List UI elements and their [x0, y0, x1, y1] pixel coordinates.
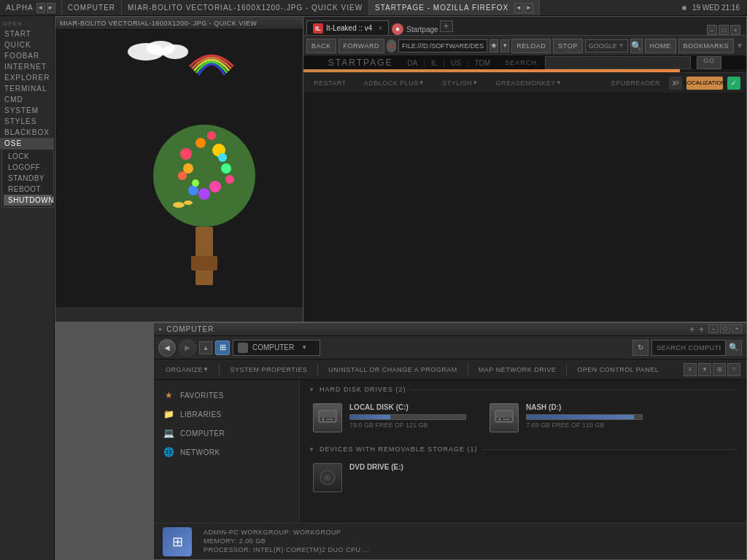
search-computer-btn[interactable]: 🔍	[725, 340, 741, 356]
drive-d[interactable]: NASH (D:) 7.69 GB FREE OF 110 GB	[485, 399, 647, 437]
drive-dvd-svg	[317, 467, 338, 488]
bookmarks-arrow[interactable]: ▼	[736, 42, 743, 50]
computer-add-btn[interactable]: +	[689, 324, 694, 335]
taskbar-section-computer[interactable]: COMPUTER	[62, 0, 122, 15]
sidebar-item-internet[interactable]: INTERNET	[0, 61, 54, 72]
ext-stylish[interactable]: STYLISH ▼	[438, 76, 482, 90]
sidebar-item-quick[interactable]: QUICK	[0, 39, 54, 50]
libraries-icon: 📁	[163, 408, 176, 421]
ext-restart[interactable]: RESTART	[309, 76, 351, 90]
nav-favorites[interactable]: ★ FAVORITES	[154, 386, 299, 405]
nav-computer[interactable]: 💻 COMPUTER	[154, 424, 299, 443]
view-help-btn[interactable]: ?	[727, 363, 740, 376]
startpage-link-tdm[interactable]: TDM	[474, 59, 490, 67]
stop-button[interactable]: STOP	[553, 39, 582, 53]
view-grid-btn[interactable]: ⊞	[713, 363, 726, 376]
new-tab-button[interactable]: +	[440, 20, 453, 32]
taskbar-arrow-right[interactable]: ►	[47, 3, 55, 13]
drive-dvd[interactable]: DVD DRIVE (E:)	[309, 459, 454, 497]
computer-icon-btn[interactable]: ⊞	[215, 341, 230, 355]
firefox-restore-btn[interactable]: □	[719, 25, 729, 35]
sidebar-item-terminal[interactable]: TERMINAL	[0, 83, 54, 94]
taskbar-nav-arrow-right[interactable]: ►	[525, 3, 533, 13]
nav-libraries[interactable]: 📁 LIBRARIES	[154, 405, 299, 424]
ext-adblock[interactable]: ADBLOCK PLUS ▼	[360, 76, 429, 90]
search-computer-input[interactable]	[652, 341, 725, 355]
home-button[interactable]: HOME	[645, 39, 676, 53]
sidebar-item-foobar[interactable]: FOOBAR	[0, 50, 54, 61]
organize-btn[interactable]: ORGANIZE ▼	[160, 362, 214, 377]
sidebar-item-start[interactable]: START	[0, 28, 54, 39]
submenu-standby[interactable]: STANDBY	[4, 173, 52, 184]
bookmark-down[interactable]: ▼	[500, 39, 509, 52]
search-go-btn[interactable]: 🔍	[630, 39, 643, 53]
computer-refresh-btn[interactable]: ↻	[632, 340, 649, 356]
svg-point-7	[196, 138, 206, 148]
status-info: ADMIN-PC WORKGROUP: WORKGROUP MEMORY: 2.…	[204, 529, 370, 555]
drive-c-size: 79.0 GB FREE OF 121 GB	[349, 421, 466, 429]
ext-epubreader[interactable]: EPUBREADER	[607, 76, 665, 90]
startpage-link-us[interactable]: US	[451, 59, 461, 67]
computer-forward-btn[interactable]: ►	[179, 339, 196, 357]
startpage-link-il[interactable]: IL	[431, 59, 437, 67]
submenu-shutdown[interactable]: SHUTDOWN	[4, 195, 52, 206]
firefox-close-btn[interactable]: ×	[730, 25, 740, 35]
forward-button[interactable]: FORWARD	[338, 39, 385, 53]
drive-c[interactable]: LOCAL DISK (C:) 79.0 GB FREE OF 121 GB	[309, 399, 471, 437]
bookmark-star[interactable]: ★	[489, 39, 498, 52]
computer-up-btn[interactable]: ▲	[199, 341, 212, 354]
submenu-lock[interactable]: LOCK	[4, 151, 52, 162]
tab-close-btn[interactable]: ×	[378, 24, 382, 32]
taskbar-nav-arrow-left[interactable]: ◄	[514, 3, 523, 13]
computer-minimize[interactable]: –	[708, 324, 719, 333]
map-network-btn[interactable]: MAP NETWORK DRIVE	[473, 362, 562, 377]
sidebar-item-explorer[interactable]: EXPLORER	[0, 72, 54, 83]
startpage-link-da[interactable]: DA	[408, 59, 418, 67]
taskbar-arrow-left[interactable]: ◄	[36, 3, 45, 13]
reload-button[interactable]: RELOAD	[511, 39, 551, 53]
status-processor: PROCESSOR: INTEL(R) CORE(TM)2 DUO CPU ..…	[204, 546, 370, 553]
drive-dvd-info: DVD DRIVE (E:)	[349, 463, 450, 474]
taskbar-section-firefox[interactable]: STARTPAGE - MOZILLA FIREFOX ◄ ►	[369, 0, 540, 15]
removable-line	[482, 449, 738, 450]
submenu-reboot[interactable]: REBOOT	[4, 184, 52, 195]
startpage-search-input[interactable]	[545, 56, 691, 69]
ext-greasemonkey[interactable]: GREASEMONKEY ▼	[492, 76, 567, 90]
submenu-logoff[interactable]: LOGOFF	[4, 162, 52, 173]
computer-restore[interactable]: □	[720, 324, 730, 333]
status-memory: MEMORY: 2.00 GB	[204, 537, 370, 545]
computer-add-btn2[interactable]: +	[699, 324, 704, 335]
computer-titlebar: + COMPUTER + + – □ ×	[154, 323, 746, 336]
ext-icon-x2[interactable]: X²	[669, 77, 682, 90]
sidebar-item-cmd[interactable]: CMD	[0, 94, 54, 105]
removable-container: DVD DRIVE (E:)	[309, 459, 738, 497]
ext-icon-green[interactable]: ✓	[727, 77, 740, 90]
ext-icon-localization[interactable]: LOCALIZATION	[686, 77, 723, 90]
back-button[interactable]: BACK	[306, 39, 336, 53]
bookmarks-button[interactable]: BOOKMARKS	[678, 39, 735, 53]
sidebar-item-styles[interactable]: STYLES	[0, 116, 54, 127]
taskbar-section-imageview[interactable]: MIAR-BOLITO VECTORIAL-1600X1200-.JPG - Q…	[122, 0, 369, 15]
control-panel-btn[interactable]: OPEN CONTROL PANEL	[571, 362, 665, 377]
view-down-btn[interactable]: ▼	[698, 363, 711, 376]
uninstall-btn[interactable]: UNINSTALL OR CHANGE A PROGRAM	[322, 362, 463, 377]
svg-point-2	[162, 44, 188, 59]
svg-point-31	[327, 477, 328, 478]
firefox-tab-main[interactable]: IL It-Leaked :: v4 ×	[306, 20, 389, 35]
startpage-go-btn[interactable]: GO	[697, 56, 721, 69]
firefox-minimize-btn[interactable]: –	[707, 25, 717, 35]
startpage-logo: STARTPAGE	[328, 58, 393, 68]
star-icon: ★	[165, 390, 174, 400]
sidebar-item-system[interactable]: SYSTEM	[0, 105, 54, 116]
system-properties-btn[interactable]: SYSTEM PROPERTIES	[224, 362, 313, 377]
location-dropdown[interactable]: COMPUTER ▼	[233, 340, 320, 356]
sidebar-item-blackbox[interactable]: BLACKBOX	[0, 127, 54, 138]
nav-network[interactable]: 🌐 NETWORK	[154, 443, 299, 462]
taskbar-section-alpha[interactable]: ALPHA ◄ ►	[0, 0, 62, 15]
computer-back-btn[interactable]: ◄	[158, 339, 176, 357]
computer-close[interactable]: ×	[732, 324, 742, 333]
address-input[interactable]	[398, 39, 487, 52]
sidebar-item-ose[interactable]: OSE	[0, 138, 54, 149]
search-engine-selector[interactable]: GOOGLE ▼	[585, 39, 628, 52]
view-details-btn[interactable]: ≡	[684, 363, 697, 376]
